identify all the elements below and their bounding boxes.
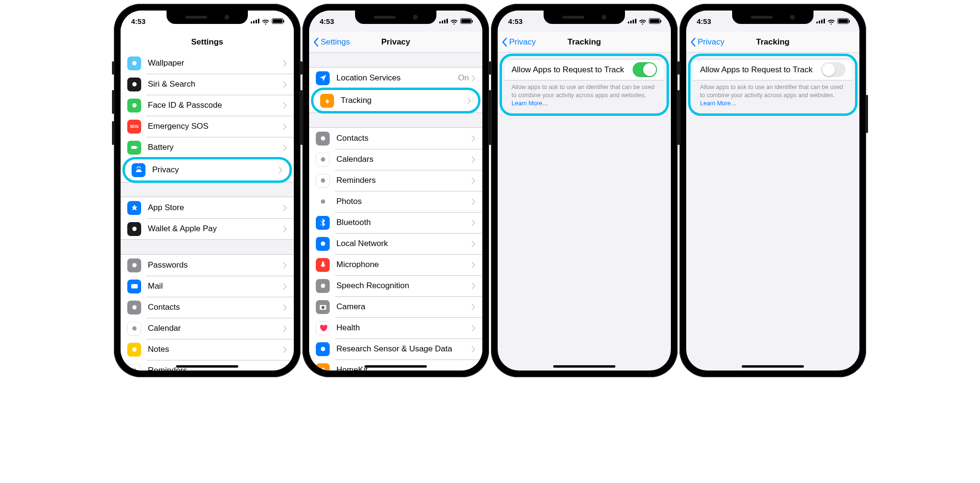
settings-row-local-network[interactable]: Local Network xyxy=(309,233,482,254)
row-label: Photos xyxy=(336,197,472,206)
bluetooth-icon xyxy=(316,216,330,230)
svg-point-1 xyxy=(132,82,136,87)
settings-group: App StoreWallet & Apple Pay xyxy=(121,197,294,240)
settings-row-contacts[interactable]: Contacts xyxy=(309,128,482,149)
nav-back-label: Privacy xyxy=(698,37,724,47)
chevron-right-icon xyxy=(283,60,287,67)
reminders-icon xyxy=(316,174,330,188)
nav-title: Privacy xyxy=(381,37,411,47)
chevron-right-icon xyxy=(472,157,476,163)
battery-icon xyxy=(837,18,849,24)
nav-back-button[interactable]: Privacy xyxy=(501,32,536,52)
row-label: Health xyxy=(336,323,472,333)
settings-row-wallpaper[interactable]: Wallpaper xyxy=(121,53,294,74)
wifi-icon xyxy=(450,18,458,24)
settings-row-health[interactable]: Health xyxy=(309,317,482,338)
row-label: Wallpaper xyxy=(148,58,283,68)
phone-frame-1: 4:53SettingsPrivacyLocation ServicesOnTr… xyxy=(302,4,489,377)
settings-row-privacy[interactable]: Privacy xyxy=(125,159,290,180)
nav-bar: SettingsPrivacy xyxy=(309,32,482,53)
settings-row-calendars[interactable]: Calendars xyxy=(309,149,482,170)
nav-back-button[interactable]: Privacy xyxy=(690,32,724,52)
contacts-icon xyxy=(316,132,330,146)
calendar-icon xyxy=(316,153,330,167)
settings-row-calendar[interactable]: Calendar xyxy=(121,318,294,339)
home-indicator[interactable] xyxy=(742,365,804,368)
settings-row-reminders[interactable]: Reminders xyxy=(309,170,482,191)
allow-tracking-toggle[interactable] xyxy=(821,62,846,77)
settings-row-notes[interactable]: Notes xyxy=(121,339,294,360)
settings-row-mail[interactable]: Mail xyxy=(121,276,294,297)
settings-row-microphone[interactable]: Microphone xyxy=(309,254,482,275)
speech-icon xyxy=(316,279,330,293)
home-indicator[interactable] xyxy=(176,365,238,368)
chevron-right-icon xyxy=(283,262,287,269)
home-indicator[interactable] xyxy=(365,365,427,368)
battery-icon xyxy=(272,18,283,24)
sos-icon: SOS xyxy=(127,120,141,134)
nav-back-label: Settings xyxy=(321,37,350,47)
row-label: Face ID & Passcode xyxy=(148,101,283,110)
row-label: Camera xyxy=(336,302,472,312)
location-icon xyxy=(316,71,330,85)
svg-point-8 xyxy=(132,305,136,310)
calendar-icon xyxy=(127,322,141,336)
settings-row-research-sensor-usage-data[interactable]: Research Sensor & Usage Data xyxy=(309,338,482,359)
home-indicator[interactable] xyxy=(553,365,615,368)
learn-more-link[interactable]: Learn More… xyxy=(700,100,736,107)
appstore-icon xyxy=(127,201,141,215)
chevron-right-icon xyxy=(472,135,476,142)
settings-row-photos[interactable]: Photos xyxy=(309,191,482,212)
settings-row-bluetooth[interactable]: Bluetooth xyxy=(309,212,482,233)
settings-row-tracking[interactable]: Tracking xyxy=(313,90,478,111)
row-label: Microphone xyxy=(336,260,472,270)
row-label: Contacts xyxy=(336,134,472,143)
chevron-right-icon xyxy=(283,304,287,311)
battery-icon xyxy=(127,141,141,155)
settings-row-app-store[interactable]: App Store xyxy=(121,197,294,218)
settings-row-siri-search[interactable]: Siri & Search xyxy=(121,74,294,95)
settings-group: Location ServicesOnTracking xyxy=(309,67,482,113)
photos-icon xyxy=(316,195,330,209)
nav-back-button[interactable]: Settings xyxy=(313,32,350,52)
footer-text-body: Allow apps to ask to use an identifier t… xyxy=(700,84,843,99)
tracking-icon xyxy=(320,94,334,108)
chevron-right-icon xyxy=(283,347,287,353)
notch xyxy=(167,11,248,24)
notes-icon xyxy=(127,343,141,357)
row-value: On xyxy=(458,73,469,83)
settings-row-battery[interactable]: Battery xyxy=(121,137,294,158)
svg-point-2 xyxy=(132,103,136,108)
wifi-icon xyxy=(827,18,835,24)
settings-row-wallet-apple-pay[interactable]: Wallet & Apple Pay xyxy=(121,218,294,239)
row-label: Notes xyxy=(148,345,283,354)
svg-rect-3 xyxy=(131,146,136,149)
learn-more-link[interactable]: Learn More… xyxy=(512,100,548,107)
settings-row-face-id-passcode[interactable]: Face ID & Passcode xyxy=(121,95,294,116)
svg-point-9 xyxy=(132,326,136,331)
settings-row-passwords[interactable]: Passwords xyxy=(121,255,294,276)
row-label: Passwords xyxy=(148,260,283,270)
nav-bar: PrivacyTracking xyxy=(686,32,859,53)
nav-title: Tracking xyxy=(568,37,601,47)
settings-group: ContactsCalendarsRemindersPhotosBluetoot… xyxy=(309,127,482,371)
camera-icon xyxy=(316,300,330,314)
privacy-icon xyxy=(132,163,145,177)
allow-tracking-toggle[interactable] xyxy=(633,62,657,77)
row-label: Emergency SOS xyxy=(148,122,283,131)
settings-row-speech-recognition[interactable]: Speech Recognition xyxy=(309,275,482,296)
notch xyxy=(355,11,436,24)
toggle-label: Allow Apps to Request to Track xyxy=(512,65,624,75)
settings-row-contacts[interactable]: Contacts xyxy=(121,297,294,318)
svg-point-15 xyxy=(321,179,325,183)
chevron-right-icon xyxy=(472,304,476,310)
chevron-right-icon xyxy=(472,367,476,371)
row-label: Siri & Search xyxy=(148,79,283,89)
settings-row-camera[interactable]: Camera xyxy=(309,296,482,317)
settings-row-location-services[interactable]: Location ServicesOn xyxy=(309,67,482,89)
nav-title: Tracking xyxy=(756,37,790,47)
svg-point-10 xyxy=(132,348,136,352)
svg-point-14 xyxy=(321,157,325,162)
content-area: Allow Apps to Request to TrackAllow apps… xyxy=(498,53,671,371)
settings-row-emergency-sos[interactable]: SOSEmergency SOS xyxy=(121,116,294,137)
